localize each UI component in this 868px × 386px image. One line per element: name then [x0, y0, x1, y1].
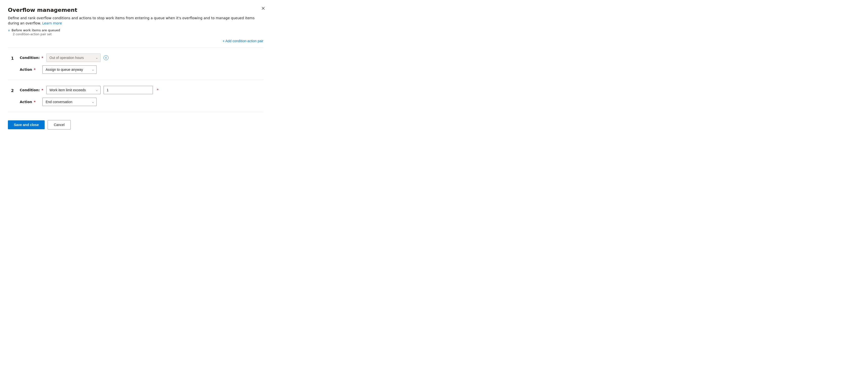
action-label-2: Action * — [20, 100, 39, 104]
dialog-title: Overflow management — [8, 7, 264, 13]
action-label-1: Action * — [20, 67, 39, 71]
condition-field-row-2: Condition: * Out of operation hours Work… — [20, 86, 264, 94]
action-field-row-1: Action * Assign to queue anyway End conv… — [20, 65, 264, 74]
required-star-condition-2: * — [41, 88, 43, 92]
row-number-2: 2 — [8, 86, 14, 93]
limit-input-2[interactable] — [103, 86, 153, 94]
close-button[interactable]: ✕ — [260, 5, 266, 12]
row-number-1: 1 — [8, 54, 14, 61]
footer: Save and close Cancel — [8, 120, 264, 129]
section-header: ∨ Before work items are queued — [8, 28, 264, 32]
required-star-action-1: * — [34, 67, 35, 71]
section-title: Before work items are queued — [11, 28, 60, 32]
condition-select-2[interactable]: Out of operation hours Work item limit e… — [46, 86, 101, 94]
fields-col-1: Condition: * Out of operation hours Work… — [20, 54, 264, 74]
condition-action-row-2: 2 Condition: * Out of operation hours Wo… — [8, 80, 264, 112]
fields-col-2: Condition: * Out of operation hours Work… — [20, 86, 264, 106]
action-select-wrapper-2: Assign to queue anyway End conversation … — [42, 98, 97, 106]
learn-more-link[interactable]: Learn more — [42, 21, 62, 25]
overflow-management-dialog: ✕ Overflow management Define and rank ov… — [0, 0, 271, 148]
action-field-row-2: Action * Assign to queue anyway End conv… — [20, 98, 264, 106]
cancel-button[interactable]: Cancel — [48, 120, 71, 129]
condition-action-row-1: 1 Condition: * Out of operation hours Wo… — [8, 48, 264, 80]
required-star-condition-1: * — [41, 56, 43, 60]
action-select-2[interactable]: Assign to queue anyway End conversation — [42, 98, 97, 106]
info-icon-1[interactable]: i — [103, 55, 108, 60]
condition-select-wrapper-1: Out of operation hours Work item limit e… — [46, 54, 101, 62]
dialog-description: Define and rank overflow conditions and … — [8, 16, 264, 26]
condition-select-wrapper-2: Out of operation hours Work item limit e… — [46, 86, 101, 94]
condition-label-2: Condition: * — [20, 88, 43, 92]
action-select-1[interactable]: Assign to queue anyway End conversation — [42, 65, 97, 74]
limit-input-required-star: * — [157, 88, 159, 92]
required-star-action-2: * — [34, 100, 35, 104]
section-chevron-icon[interactable]: ∨ — [8, 29, 10, 32]
save-and-close-button[interactable]: Save and close — [8, 120, 44, 129]
condition-select-1[interactable]: Out of operation hours Work item limit e… — [46, 54, 101, 62]
condition-label-1: Condition: * — [20, 56, 43, 60]
condition-field-row-1: Condition: * Out of operation hours Work… — [20, 54, 264, 62]
action-select-wrapper-1: Assign to queue anyway End conversation … — [42, 65, 97, 74]
add-condition-action-pair-button[interactable]: + Add condition-action pair — [223, 39, 264, 43]
add-pair-row: + Add condition-action pair — [8, 39, 264, 46]
pair-count-label: 2 condition-action pair set — [13, 33, 264, 36]
